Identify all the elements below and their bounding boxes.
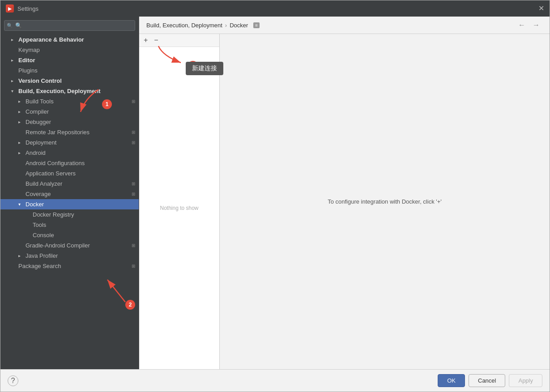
title-bar: ▶ Settings ✕	[0, 0, 550, 17]
sidebar-item-gradle-android[interactable]: Gradle-Android Compiler ⊞	[0, 240, 139, 251]
nothing-to-show: Nothing to show	[160, 205, 198, 211]
grid-icon: ⊞	[132, 99, 135, 104]
docker-right-panel: To configure integration with Docker, cl…	[220, 34, 550, 369]
docker-remove-button[interactable]: −	[151, 36, 161, 45]
search-input[interactable]	[4, 20, 135, 31]
sidebar-item-debugger[interactable]: Debugger	[0, 117, 139, 127]
nav-forward-button[interactable]: →	[530, 20, 542, 30]
sidebar-item-coverage[interactable]: Coverage ⊞	[0, 189, 139, 199]
chevron-icon	[11, 37, 17, 42]
breadcrumb-current: Docker	[230, 22, 248, 29]
sidebar-item-tools[interactable]: Tools	[0, 220, 139, 230]
grid-icon: ⊞	[132, 130, 135, 135]
chevron-icon	[18, 119, 24, 124]
sidebar-item-android[interactable]: Android	[0, 148, 139, 158]
sidebar-item-docker[interactable]: Docker	[0, 199, 139, 209]
sidebar-item-build-execution[interactable]: Build, Execution, Deployment	[0, 86, 139, 96]
footer-buttons: OK Cancel Apply	[438, 374, 542, 387]
grid-icon: ⊞	[132, 192, 135, 196]
chevron-icon	[18, 140, 24, 145]
new-connection-tooltip: 新建连接	[186, 62, 223, 75]
breadcrumb: Build, Execution, Deployment › Docker ≡	[146, 22, 260, 29]
close-button[interactable]: ✕	[538, 5, 544, 12]
nav-back-button[interactable]: ←	[516, 20, 528, 30]
nav-buttons: ← →	[516, 20, 542, 30]
sidebar-tree: Appearance & Behavior Keymap Editor	[0, 34, 139, 369]
sidebar-item-remote-jar[interactable]: Remote Jar Repositories ⊞	[0, 127, 139, 137]
breadcrumb-icon: ≡	[253, 22, 260, 28]
sidebar-item-build-analyzer[interactable]: Build Analyzer ⊞	[0, 179, 139, 189]
app-icon: ▶	[6, 4, 14, 13]
sidebar-item-keymap[interactable]: Keymap	[0, 45, 139, 55]
grid-icon: ⊞	[132, 181, 135, 186]
search-box	[0, 17, 139, 34]
chevron-icon	[18, 99, 24, 104]
ok-button[interactable]: OK	[438, 374, 465, 387]
sidebar-item-deployment[interactable]: Deployment ⊞	[0, 137, 139, 148]
docker-helper-text: To configure integration with Docker, cl…	[328, 198, 442, 205]
sidebar-item-appearance[interactable]: Appearance & Behavior	[0, 34, 139, 45]
apply-button[interactable]: Apply	[509, 374, 542, 387]
main-content: + − Nothing to show To configure integra…	[139, 34, 550, 369]
sidebar-item-docker-registry[interactable]: Docker Registry	[0, 209, 139, 220]
grid-icon: ⊞	[132, 243, 135, 248]
sidebar-item-java-profiler[interactable]: Java Profiler	[0, 251, 139, 261]
chevron-icon	[11, 78, 17, 83]
sidebar-item-editor[interactable]: Editor	[0, 55, 139, 65]
window-title: Settings	[17, 5, 38, 12]
docker-list-content: Nothing to show	[139, 47, 219, 369]
docker-list-panel: + − Nothing to show	[139, 34, 220, 369]
chevron-icon	[11, 89, 17, 94]
breadcrumb-separator: ›	[225, 22, 227, 29]
docker-toolbar: + −	[139, 34, 219, 47]
sidebar-item-package-search[interactable]: Package Search ⊞	[0, 261, 139, 271]
sidebar-item-plugins[interactable]: Plugins	[0, 65, 139, 76]
chevron-icon	[11, 58, 17, 63]
footer: ? OK Cancel Apply	[0, 369, 550, 392]
chevron-icon	[18, 109, 24, 114]
chevron-icon	[18, 202, 24, 207]
sidebar-item-android-configs[interactable]: Android Configurations	[0, 158, 139, 168]
cancel-button[interactable]: Cancel	[469, 374, 505, 387]
sidebar-item-console[interactable]: Console	[0, 230, 139, 240]
grid-icon: ⊞	[132, 140, 135, 145]
chevron-icon	[18, 253, 24, 258]
chevron-icon	[18, 150, 24, 155]
breadcrumb-bar: Build, Execution, Deployment › Docker ≡ …	[139, 17, 550, 34]
sidebar: Appearance & Behavior Keymap Editor	[0, 17, 139, 369]
help-button[interactable]: ?	[8, 375, 18, 386]
grid-icon: ⊞	[132, 264, 135, 268]
sidebar-item-version-control[interactable]: Version Control	[0, 76, 139, 86]
breadcrumb-parent: Build, Execution, Deployment	[146, 22, 222, 29]
sidebar-item-app-servers[interactable]: Application Servers	[0, 168, 139, 179]
sidebar-item-compiler[interactable]: Compiler	[0, 107, 139, 117]
sidebar-item-build-tools[interactable]: Build Tools ⊞	[0, 96, 139, 107]
docker-add-button[interactable]: +	[141, 36, 150, 45]
